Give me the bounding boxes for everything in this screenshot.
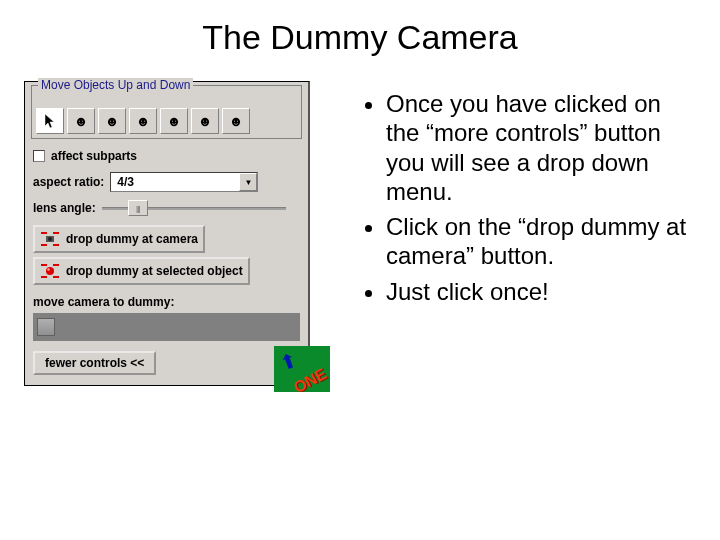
screenshot-column: Move Objects Up and Down ☻ ☻ ☻ ☻ ☻ ☻ aff… <box>24 81 324 386</box>
svg-point-11 <box>47 268 49 270</box>
instruction-list: Once you have clicked on the “more contr… <box>360 89 696 306</box>
dropdown-handle-icon <box>37 318 55 336</box>
move-objects-fieldset: Move Objects Up and Down ☻ ☻ ☻ ☻ ☻ ☻ <box>31 85 302 139</box>
instructions-column: Once you have clicked on the “more contr… <box>324 81 696 386</box>
svg-rect-0 <box>41 232 47 234</box>
move-camera-dropdown[interactable] <box>33 313 300 341</box>
face-tool-icon[interactable]: ☻ <box>67 108 95 134</box>
svg-rect-7 <box>53 264 59 266</box>
slider-thumb[interactable]: ||| <box>128 200 148 216</box>
done-badge: ⬆ ONE <box>274 346 330 392</box>
lens-angle-row: lens angle: ||| <box>25 195 308 221</box>
affect-subparts-checkbox[interactable] <box>33 150 45 162</box>
svg-rect-1 <box>53 232 59 234</box>
aspect-ratio-select[interactable]: 4/3 ▼ <box>110 172 258 192</box>
cursor-tool-icon[interactable] <box>36 108 64 134</box>
move-objects-legend: Move Objects Up and Down <box>38 78 193 92</box>
face-tool-icon[interactable]: ☻ <box>191 108 219 134</box>
camera-target-icon <box>40 230 60 248</box>
aspect-ratio-value: 4/3 <box>111 175 239 189</box>
face-tool-icon[interactable]: ☻ <box>129 108 157 134</box>
svg-rect-2 <box>41 244 47 246</box>
list-item: Click on the “drop dummy at camera” butt… <box>386 212 696 271</box>
list-item: Just click once! <box>386 277 696 306</box>
svg-rect-3 <box>53 244 59 246</box>
drop-dummy-at-camera-label: drop dummy at camera <box>66 232 198 246</box>
list-item: Once you have clicked on the “more contr… <box>386 89 696 206</box>
lens-angle-slider[interactable]: ||| <box>102 198 286 218</box>
sphere-target-icon <box>40 262 60 280</box>
aspect-ratio-label: aspect ratio: <box>33 175 104 189</box>
aspect-ratio-row: aspect ratio: 4/3 ▼ <box>25 169 308 195</box>
affect-subparts-row[interactable]: affect subparts <box>25 143 308 169</box>
affect-subparts-label: affect subparts <box>51 149 137 163</box>
fewer-controls-button[interactable]: fewer controls << <box>33 351 156 375</box>
svg-rect-8 <box>41 276 47 278</box>
chevron-down-icon[interactable]: ▼ <box>239 173 257 191</box>
drop-dummy-at-camera-button[interactable]: drop dummy at camera <box>33 225 205 253</box>
move-camera-to-dummy-label: move camera to dummy: <box>25 289 308 311</box>
face-tool-icon[interactable]: ☻ <box>222 108 250 134</box>
svg-rect-6 <box>41 264 47 266</box>
svg-point-10 <box>46 267 54 275</box>
face-tool-icon[interactable]: ☻ <box>160 108 188 134</box>
slide-title: The Dummy Camera <box>0 18 720 57</box>
slide-content: Move Objects Up and Down ☻ ☻ ☻ ☻ ☻ ☻ aff… <box>0 81 720 386</box>
tool-icon-row: ☻ ☻ ☻ ☻ ☻ ☻ <box>36 108 297 134</box>
lens-angle-label: lens angle: <box>33 201 96 215</box>
svg-point-5 <box>48 237 52 241</box>
face-tool-icon[interactable]: ☻ <box>98 108 126 134</box>
fewer-controls-label: fewer controls << <box>45 356 144 370</box>
drop-dummy-at-selected-label: drop dummy at selected object <box>66 264 243 278</box>
drop-dummy-at-selected-button[interactable]: drop dummy at selected object <box>33 257 250 285</box>
svg-rect-9 <box>53 276 59 278</box>
controls-panel: Move Objects Up and Down ☻ ☻ ☻ ☻ ☻ ☻ aff… <box>24 81 310 386</box>
